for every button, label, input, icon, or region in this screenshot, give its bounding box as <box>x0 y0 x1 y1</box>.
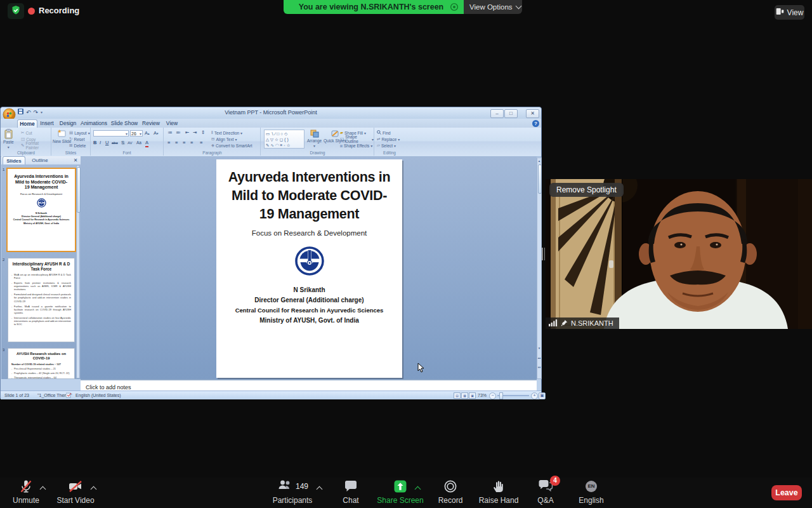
zoom-meeting-window: Recording You are viewing N.SRIKANTH's s… <box>0 0 812 508</box>
tab-insert[interactable]: Insert <box>37 119 56 128</box>
character-spacing-button[interactable]: AV <box>128 140 133 146</box>
find-button[interactable]: Find <box>377 130 391 136</box>
zoom-out-button[interactable]: − <box>489 392 496 399</box>
close-button[interactable]: ✕ <box>526 109 539 118</box>
slide-canvas: Ayurveda Interventions in Mild to Modera… <box>81 156 537 379</box>
tab-slides[interactable]: Slides <box>3 156 25 164</box>
layout-button[interactable]: ▤Layout▾ <box>69 130 90 136</box>
format-painter-button[interactable]: ✎Format Painter <box>21 142 51 149</box>
ribbon-group-paragraph: ≔ ≕ ⇤ ⇥ ⇕ ≡ ≡ ≡ ≡ ≡ ⫴Text Direction▾ ⊟Al… <box>164 128 261 156</box>
font-name-combo[interactable]: ▾ <box>93 130 129 137</box>
recording-label: Recording <box>39 6 79 15</box>
banner-text: You are viewing N.SRIKANTH's screen <box>284 3 450 11</box>
align-right-button[interactable]: ≡ <box>183 140 185 146</box>
pane-tab-row: Slides Outline ✕ <box>1 156 81 164</box>
pane-scrollbar[interactable] <box>76 165 80 378</box>
previous-slide-button[interactable]: ▴▴ <box>537 355 541 361</box>
arrange-button[interactable]: Arrange ▾ <box>307 130 322 148</box>
shrink-font-button[interactable]: A▾ <box>154 130 159 137</box>
columns-button[interactable]: ≡ <box>200 140 202 146</box>
scroll-down-icon[interactable]: ▼ <box>537 345 541 351</box>
text-direction-button[interactable]: ⫴Text Direction▾ <box>211 130 242 136</box>
interpretation-button[interactable]: EN English <box>556 479 626 505</box>
slide-thumbnail-2[interactable]: Interdisciplinary AYUSH R & D Task Force… <box>8 258 75 342</box>
start-video-button[interactable]: Start Video <box>41 479 110 505</box>
slide-author-block: N Srikanth Director General (Additional … <box>216 285 402 326</box>
record-icon <box>443 479 458 494</box>
minimize-button[interactable]: – <box>490 109 504 118</box>
replace-button[interactable]: ⇄Replace▾ <box>377 136 400 142</box>
grow-font-button[interactable]: A▴ <box>145 130 150 137</box>
paste-button[interactable]: Paste ▾ <box>3 129 14 149</box>
shape-outline-button[interactable]: ▢Shape Outline▾ <box>340 136 374 142</box>
reset-button[interactable]: ↻Reset <box>69 136 84 142</box>
delete-button[interactable]: ⊠Delete <box>69 142 86 149</box>
raise-hand-icon <box>491 479 506 494</box>
tab-design[interactable]: Design <box>58 119 78 128</box>
normal-view-button[interactable]: ▤ <box>454 392 461 399</box>
italic-button[interactable]: I <box>100 140 101 146</box>
convert-smartart-button[interactable]: ◈Convert to SmartArt <box>211 142 252 149</box>
remove-spotlight-button[interactable]: Remove Spotlight <box>549 183 624 197</box>
shapes-gallery[interactable]: ▭∖∕□○◇ △▽☆◻() ✎∿◠≡◦☆ <box>264 130 304 149</box>
spellcheck-icon[interactable] <box>66 392 72 399</box>
align-center-button[interactable]: ≡ <box>175 140 178 146</box>
slide-scrollbar[interactable]: ▲ ▼ ▴▴ ▾▾ <box>537 157 542 379</box>
view-button[interactable]: View <box>775 5 804 20</box>
screen-viewing-banner: You are viewing N.SRIKANTH's screen <box>284 0 464 14</box>
slide-number: 2 <box>3 258 4 262</box>
ribbon: Paste ▾ ✂Cut ◫Copy ✎Format Painter Clipb… <box>1 128 541 157</box>
tab-slide-show[interactable]: Slide Show <box>110 119 139 128</box>
maximize-button[interactable]: □ <box>504 109 518 118</box>
change-case-button[interactable]: Aa <box>136 140 141 146</box>
participant-video <box>546 179 812 329</box>
slide-number: 3 <box>3 348 4 352</box>
font-color-button[interactable]: A <box>145 140 148 147</box>
scroll-up-icon[interactable]: ▲ <box>537 158 541 164</box>
ribbon-group-slides: New Slide ▤Layout▾ ↻Reset ⊠Delete Slides <box>51 128 91 156</box>
new-slide-button[interactable]: New Slide <box>53 129 71 144</box>
cut-button[interactable]: ✂Cut <box>21 130 32 136</box>
view-layout-icon <box>776 8 784 17</box>
strikethrough-button[interactable]: abc <box>112 140 118 146</box>
zoom-in-button[interactable]: + <box>531 392 538 399</box>
slide-sorter-button[interactable]: ▦ <box>461 392 468 399</box>
fit-to-window-button[interactable]: ▣ <box>539 392 546 399</box>
scrollbar-thumb[interactable] <box>538 164 542 194</box>
shape-effects-button[interactable]: ◙Shape Effects▾ <box>340 142 372 149</box>
underline-button[interactable]: U <box>105 140 108 146</box>
notes-pane[interactable]: Click to add notes <box>81 379 537 391</box>
slideshow-button[interactable]: ▣ <box>469 392 476 399</box>
tab-review[interactable]: Review <box>140 119 162 128</box>
tab-outline[interactable]: Outline <box>27 156 53 164</box>
line-spacing-button[interactable]: ⇕ <box>201 130 205 136</box>
help-button[interactable]: ? <box>532 120 539 127</box>
tab-animations[interactable]: Animations <box>79 119 108 128</box>
tab-view[interactable]: View <box>163 119 181 128</box>
security-shield-button[interactable] <box>8 3 24 19</box>
live-dot-icon <box>450 3 459 11</box>
bullets-button[interactable]: ≔ <box>167 130 173 136</box>
video-tile[interactable]: Remove Spotlight N.SRIKANTH <box>546 179 812 329</box>
leave-button[interactable]: Leave <box>771 485 802 500</box>
align-text-button[interactable]: ⊟Align Text▾ <box>211 136 237 142</box>
increase-indent-button[interactable]: ⇥ <box>193 130 197 136</box>
pane-close-icon[interactable]: ✕ <box>71 156 80 164</box>
zoom-slider-thumb[interactable] <box>499 392 503 399</box>
bold-button[interactable]: B <box>93 140 96 146</box>
justify-button[interactable]: ≡ <box>190 140 193 146</box>
slide-1-editor[interactable]: Ayurveda Interventions in Mild to Modera… <box>216 159 402 378</box>
slides-pane: Slides Outline ✕ 1 Ayurveda Intervention… <box>1 156 81 379</box>
text-shadow-button[interactable]: S <box>121 140 124 146</box>
ribbon-group-clipboard: Paste ▾ ✂Cut ◫Copy ✎Format Painter Clipb… <box>1 128 51 156</box>
next-slide-button[interactable]: ▾▾ <box>537 364 541 370</box>
slide-thumbnail-3[interactable]: AYUSH Research studies on COVID-19 Numbe… <box>8 348 75 379</box>
tab-home[interactable]: Home <box>17 119 37 128</box>
slide-thumbnail-1[interactable]: Ayurveda Interventions in Mild to Modera… <box>6 168 76 252</box>
decrease-indent-button[interactable]: ⇤ <box>185 130 189 136</box>
align-left-button[interactable]: ≡ <box>167 140 170 146</box>
numbering-button[interactable]: ≕ <box>176 130 181 136</box>
select-button[interactable]: ▱Select▾ <box>377 142 396 149</box>
font-size-combo[interactable]: 26▾ <box>130 130 143 137</box>
view-options-dropdown[interactable]: View Options <box>464 0 522 14</box>
